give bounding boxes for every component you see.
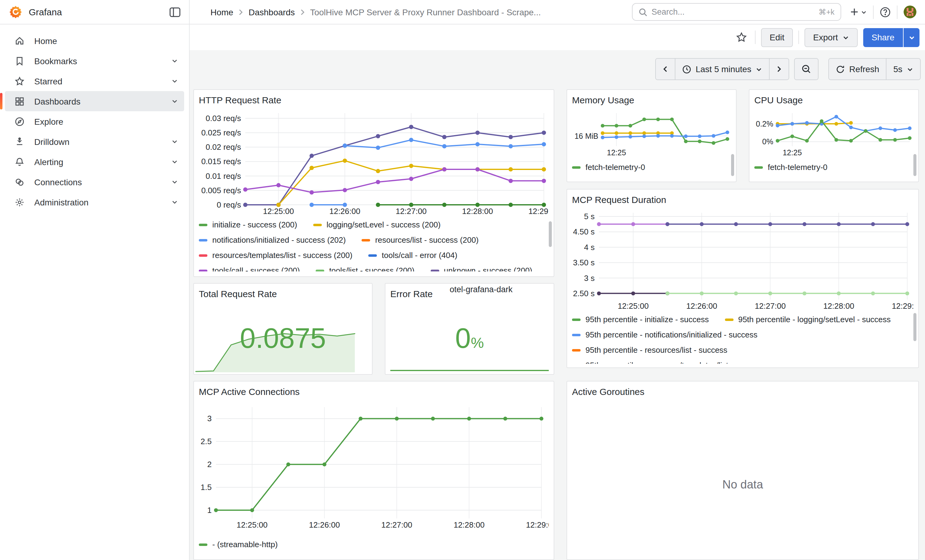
scrollbar-thumb[interactable]: [913, 313, 916, 341]
panel-title[interactable]: Memory Usage: [572, 95, 731, 110]
legend-label: resources/list - success (200): [375, 236, 478, 245]
panel-legend: initialize - success (200)logging/setLev…: [199, 217, 549, 272]
search-input[interactable]: Search... ⌘+k: [632, 3, 841, 21]
time-shift-forward-button[interactable]: [770, 59, 789, 80]
panel-title[interactable]: HTTP Request Rate: [199, 95, 549, 110]
share-dropdown-button[interactable]: [904, 28, 919, 47]
dashboard-action-row: Edit Export Share: [190, 24, 925, 50]
legend-item[interactable]: logging/setLevel - success (200): [313, 220, 440, 229]
chevron-down-icon[interactable]: [171, 158, 178, 165]
scrollbar-thumb[interactable]: [731, 154, 734, 176]
http-request-rate-chart[interactable]: 0 req/s0.005 req/s0.01 req/s0.015 req/s0…: [199, 110, 549, 217]
refresh-button[interactable]: Refresh: [829, 59, 886, 80]
legend-item[interactable]: tools/list - success (200): [316, 266, 414, 272]
panel-legend: 95th percentile - initialize - success95…: [572, 312, 913, 364]
sidebar-item-alerting[interactable]: Alerting: [5, 152, 184, 172]
chevron-down-icon[interactable]: [171, 179, 178, 185]
panel-title[interactable]: Active Goroutines: [572, 386, 913, 401]
export-button[interactable]: Export: [804, 28, 857, 47]
time-shift-back-button[interactable]: [656, 59, 675, 80]
drag-ghost-label: otel-grafana-dark: [450, 285, 513, 294]
panel-title[interactable]: MCP Request Duration: [572, 194, 913, 209]
legend-item[interactable]: - (streamable-http): [199, 540, 278, 549]
legend-label: unknown - success (200): [444, 266, 532, 272]
svg-text:0 req/s: 0 req/s: [217, 200, 241, 209]
svg-text:12:28:00: 12:28:00: [823, 302, 854, 311]
legend-item[interactable]: resources/list - success (200): [362, 236, 478, 245]
legend-label: tools/call - success (200): [212, 266, 300, 272]
breadcrumb-dashboards[interactable]: Dashboards: [249, 7, 295, 17]
add-button[interactable]: [850, 8, 867, 17]
legend-item[interactable]: resources/templates/list - success (200): [199, 251, 353, 260]
panel-title[interactable]: CPU Usage: [754, 95, 913, 110]
sidebar-item-bookmarks[interactable]: Bookmarks: [5, 51, 184, 71]
grafana-logo[interactable]: [9, 6, 22, 18]
legend-item[interactable]: 95th percentile - initialize - success: [572, 315, 709, 324]
legend-item[interactable]: unknown - success (200): [430, 266, 532, 272]
legend-item[interactable]: tools/call - success (200): [199, 266, 300, 272]
chevron-down-icon[interactable]: [171, 98, 178, 105]
chevron-down-icon[interactable]: [171, 138, 178, 145]
edit-button[interactable]: Edit: [761, 28, 793, 47]
stat-value: 0%: [386, 321, 554, 354]
legend-item[interactable]: 95th percentile - resources/templates/li…: [572, 361, 764, 364]
panel-legend: - (streamable-http): [199, 532, 549, 551]
help-button[interactable]: [880, 6, 891, 17]
sidebar-item-explore[interactable]: Explore: [5, 111, 184, 131]
favorite-star-button[interactable]: [734, 29, 749, 45]
time-range-picker[interactable]: Last 5 minutes: [675, 59, 770, 80]
legend-label: 95th percentile - resources/templates/li…: [586, 361, 764, 364]
panel-total-request-rate: Total Request Rate 0.0875: [193, 283, 372, 375]
panel-title[interactable]: Total Request Rate: [199, 288, 367, 303]
sidebar-item-connections[interactable]: Connections: [5, 172, 184, 192]
chevron-down-icon: [861, 9, 867, 15]
legend-item[interactable]: notifications/initialized - success (202…: [199, 236, 346, 245]
legend-item[interactable]: 95th percentile - notifications/initiali…: [572, 330, 757, 339]
chevron-down-icon[interactable]: [171, 57, 178, 64]
refresh-interval-dropdown[interactable]: 5s: [886, 59, 920, 80]
svg-text:12:27:00: 12:27:00: [381, 520, 412, 530]
mcp-request-duration-chart[interactable]: 2.50 s3 s3.50 s4 s4.50 s5 s12:25:0012:26…: [572, 209, 913, 312]
sidebar-item-drilldown[interactable]: Drilldown: [5, 131, 184, 152]
chevron-down-icon[interactable]: [171, 78, 178, 84]
legend-label: 95th percentile - initialize - success: [586, 315, 709, 324]
legend-item[interactable]: initialize - success (200): [199, 220, 297, 229]
sidebar-item-administration[interactable]: Administration: [5, 192, 184, 212]
svg-text:1: 1: [207, 506, 212, 515]
svg-text:0.025 req/s: 0.025 req/s: [201, 128, 241, 137]
legend-item[interactable]: tools/call - error (404): [368, 251, 457, 260]
legend-item[interactable]: 95th percentile - resources/list - succe…: [572, 345, 728, 354]
clock-icon: [682, 65, 691, 74]
zoom-out-button[interactable]: [795, 59, 818, 80]
share-button-group: Share: [863, 28, 919, 47]
panel-error-rate: Error Rate 0%: [385, 283, 554, 375]
memory-usage-chart[interactable]: 16 MiB12:25: [572, 110, 731, 156]
drilldown-icon: [15, 137, 24, 146]
scrollbar-thumb[interactable]: [549, 221, 552, 247]
svg-text:0.03 req/s: 0.03 req/s: [206, 114, 241, 123]
breadcrumb-home[interactable]: Home: [211, 7, 234, 17]
search-icon: [639, 8, 647, 16]
stat-number: 0: [455, 322, 471, 354]
scrollbar-thumb[interactable]: [913, 154, 916, 176]
user-avatar[interactable]: [904, 6, 916, 18]
dock-menu-icon[interactable]: [169, 7, 181, 17]
sidebar-item-label: Bookmarks: [34, 56, 171, 66]
panel-title[interactable]: MCP Active Connections: [199, 386, 549, 401]
legend-item[interactable]: fetch-telemetry-0: [572, 163, 645, 172]
nav-left: Grafana: [0, 0, 190, 24]
sidebar-item-dashboards[interactable]: Dashboards: [5, 91, 184, 111]
sidebar-item-label: Administration: [34, 197, 171, 207]
sidebar-item-starred[interactable]: Starred: [5, 71, 184, 91]
share-button[interactable]: Share: [863, 28, 903, 47]
sidebar-item-home[interactable]: Home: [5, 30, 184, 51]
svg-text:12:26:00: 12:26:00: [686, 302, 717, 311]
mcp-active-connections-chart[interactable]: 11.522.5312:25:0012:26:0012:27:0012:28:0…: [199, 401, 549, 532]
legend-item[interactable]: 95th percentile - logging/setLevel - suc…: [725, 315, 891, 324]
svg-text:0.01 req/s: 0.01 req/s: [206, 171, 241, 181]
legend-label: fetch-telemetry-0: [768, 163, 827, 172]
legend-item[interactable]: fetch-telemetry-0: [754, 163, 827, 172]
chevron-down-icon[interactable]: [171, 199, 178, 206]
cpu-usage-chart[interactable]: 0.2%0%12:25: [754, 110, 913, 156]
grafana-app: Grafana Home Dashboards ToolHive MCP Ser…: [0, 0, 925, 560]
